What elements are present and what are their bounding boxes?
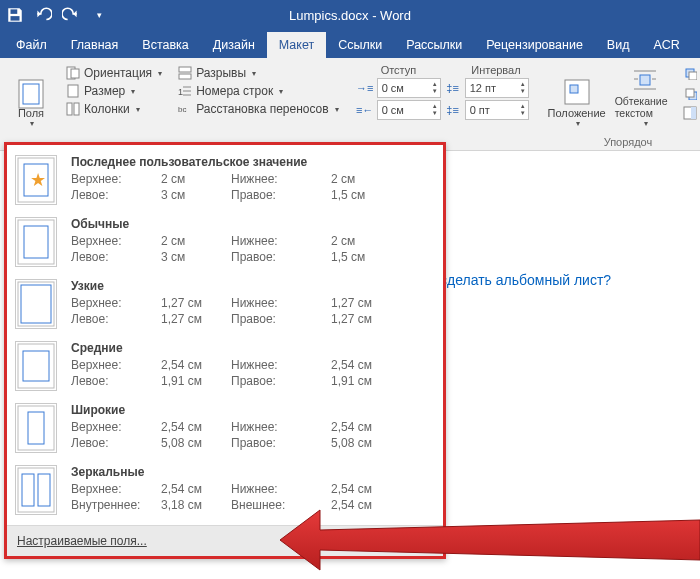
spinner-buttons[interactable]: ▲▼ — [520, 81, 528, 95]
custom-margins-menu-item[interactable]: Настраиваемые поля... — [7, 525, 443, 556]
svg-rect-0 — [11, 9, 18, 14]
spinner-buttons[interactable]: ▲▼ — [432, 103, 440, 117]
margins-icon — [18, 79, 44, 105]
margins-button[interactable]: Поля ▾ — [10, 64, 52, 128]
svg-rect-38 — [18, 406, 54, 450]
indent-right-input[interactable]: 0 см ▲▼ — [377, 100, 441, 120]
send-backward-icon — [683, 86, 697, 100]
bring-forward-button[interactable]: П — [681, 64, 700, 82]
line-numbers-label: Номера строк — [196, 84, 273, 98]
group-page-setup-controls: Ориентация ▾ Размер ▾ Колонки ▾ — [58, 60, 170, 150]
margins-option-3[interactable]: СредниеВерхнее:2,54 смНижнее:2,54 смЛево… — [7, 335, 443, 397]
position-button[interactable]: Положение ▾ — [545, 64, 609, 128]
svg-rect-18 — [640, 75, 650, 85]
chevron-down-icon: ▾ — [279, 87, 283, 96]
margins-option-0[interactable]: ★Последнее пользовательское значениеВерх… — [7, 149, 443, 211]
margins-option-1[interactable]: ОбычныеВерхнее:2 смНижнее:2 смЛевое:3 см… — [7, 211, 443, 273]
orientation-button[interactable]: Ориентация ▾ — [64, 64, 164, 82]
margin-thumb-icon: ★ — [15, 155, 57, 205]
margin-title: Широкие — [71, 403, 433, 417]
svg-text:1: 1 — [178, 87, 183, 97]
tab-file[interactable]: Файл — [4, 32, 59, 58]
group-paragraph: Отступ Интервал →≡ 0 см ▲▼ ‡≡ 12 пт ▲▼ ≡… — [351, 60, 535, 150]
chevron-down-icon: ▾ — [131, 87, 135, 96]
size-button[interactable]: Размер ▾ — [64, 82, 137, 100]
line-numbers-button[interactable]: 1 Номера строк ▾ — [176, 82, 285, 100]
svg-text:★: ★ — [30, 170, 46, 190]
group-page-setup-margins: Поля ▾ — [4, 60, 58, 150]
spinner-buttons[interactable]: ▲▼ — [520, 103, 528, 117]
spinner-buttons[interactable]: ▲▼ — [432, 81, 440, 95]
tab-review[interactable]: Рецензирование — [474, 32, 595, 58]
hyphenation-button[interactable]: bc Расстановка переносов ▾ — [176, 100, 341, 118]
columns-button[interactable]: Колонки ▾ — [64, 100, 142, 118]
indent-header: Отступ — [381, 64, 417, 76]
tab-layout[interactable]: Макет — [267, 32, 326, 58]
indent-left-value: 0 см — [382, 82, 404, 94]
margin-details: ОбычныеВерхнее:2 смНижнее:2 смЛевое:3 см… — [71, 217, 433, 265]
wrap-text-button[interactable]: Обтекание текстом ▾ — [615, 64, 675, 128]
line-numbers-icon: 1 — [178, 84, 192, 98]
spacing-after-input[interactable]: 0 пт ▲▼ — [465, 100, 529, 120]
undo-icon[interactable] — [34, 6, 52, 24]
breaks-button[interactable]: Разрывы ▾ — [176, 64, 258, 82]
tab-insert[interactable]: Вставка — [130, 32, 200, 58]
document-hyperlink[interactable]: сделать альбомный лист? — [440, 272, 611, 288]
orientation-icon — [66, 66, 80, 80]
tab-acrobat[interactable]: ACR — [641, 32, 691, 58]
margin-thumb-icon — [15, 279, 57, 329]
margin-title: Последнее пользовательское значение — [71, 155, 433, 169]
quick-access-toolbar: ▾ — [6, 6, 108, 24]
breaks-icon — [178, 66, 192, 80]
group-arrange: Положение ▾ Обтекание текстом ▾ П — [539, 60, 700, 150]
margin-thumb-icon — [15, 403, 57, 453]
spacing-after-icon: ‡≡ — [445, 104, 461, 116]
margin-details: ЗеркальныеВерхнее:2,54 смНижнее:2,54 смВ… — [71, 465, 433, 513]
hyphenation-label: Расстановка переносов — [196, 102, 329, 116]
chevron-down-icon: ▾ — [335, 105, 339, 114]
chevron-down-icon: ▾ — [30, 119, 34, 128]
save-icon[interactable] — [6, 6, 24, 24]
position-icon — [564, 79, 590, 105]
margins-option-4[interactable]: ШирокиеВерхнее:2,54 смНижнее:2,54 смЛево… — [7, 397, 443, 459]
tab-mailings[interactable]: Рассылки — [394, 32, 474, 58]
indent-left-input[interactable]: 0 см ▲▼ — [377, 78, 441, 98]
margin-details: ШирокиеВерхнее:2,54 смНижнее:2,54 смЛево… — [71, 403, 433, 451]
tab-view[interactable]: Вид — [595, 32, 642, 58]
svg-text:bc: bc — [178, 105, 186, 114]
margin-title: Узкие — [71, 279, 433, 293]
tab-home[interactable]: Главная — [59, 32, 131, 58]
orientation-label: Ориентация — [84, 66, 152, 80]
redo-icon[interactable] — [62, 6, 80, 24]
chevron-down-icon: ▾ — [158, 69, 162, 78]
svg-rect-24 — [689, 72, 697, 80]
spacing-before-icon: ‡≡ — [445, 82, 461, 94]
hyphenation-icon: bc — [178, 102, 192, 116]
margin-thumb-icon — [15, 341, 57, 391]
margins-option-5[interactable]: ЗеркальныеВерхнее:2,54 смНижнее:2,54 смВ… — [7, 459, 443, 521]
columns-icon — [66, 102, 80, 116]
svg-rect-5 — [71, 69, 79, 78]
svg-rect-17 — [570, 85, 578, 93]
margins-option-2[interactable]: УзкиеВерхнее:1,27 смНижнее:1,27 смЛевое:… — [7, 273, 443, 335]
size-label: Размер — [84, 84, 125, 98]
tab-references[interactable]: Ссылки — [326, 32, 394, 58]
qat-customize-icon[interactable]: ▾ — [90, 6, 108, 24]
margin-details: СредниеВерхнее:2,54 смНижнее:2,54 смЛево… — [71, 341, 433, 389]
wrap-label: Обтекание текстом — [615, 95, 675, 119]
margin-title: Зеркальные — [71, 465, 433, 479]
chevron-down-icon: ▾ — [576, 119, 580, 128]
send-backward-button[interactable] — [681, 84, 700, 102]
tab-design[interactable]: Дизайн — [201, 32, 267, 58]
svg-rect-40 — [18, 468, 54, 512]
wrap-text-icon — [632, 67, 658, 93]
selection-pane-button[interactable] — [681, 104, 700, 122]
svg-rect-32 — [18, 220, 54, 264]
spacing-before-input[interactable]: 12 пт ▲▼ — [465, 78, 529, 98]
svg-rect-7 — [67, 103, 72, 115]
svg-rect-10 — [179, 74, 191, 79]
svg-rect-1 — [11, 16, 20, 21]
svg-rect-6 — [68, 85, 78, 97]
svg-rect-26 — [686, 89, 694, 97]
indent-right-value: 0 см — [382, 104, 404, 116]
